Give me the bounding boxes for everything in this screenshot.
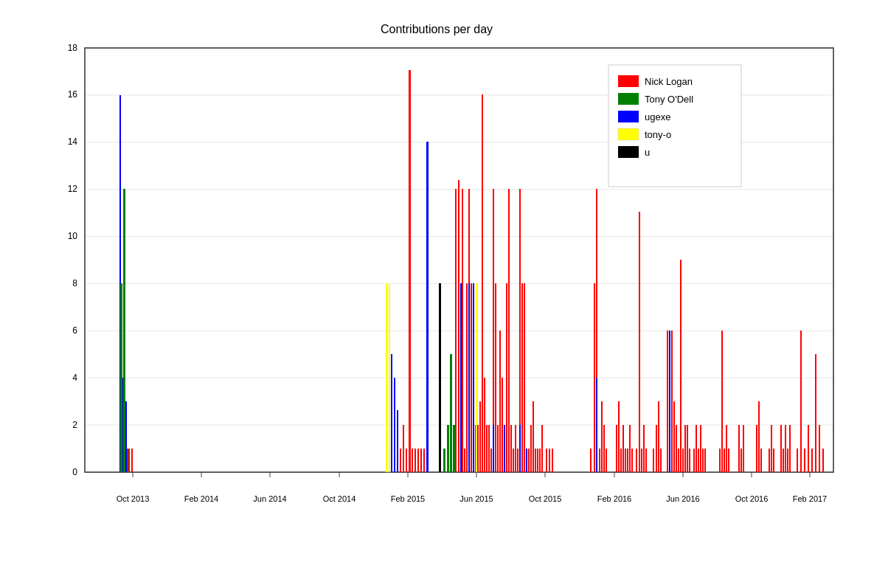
bar-nick <box>510 425 512 472</box>
svg-text:14: 14 <box>68 136 78 147</box>
svg-text:Jun 2014: Jun 2014 <box>253 494 286 503</box>
bar-tony-odell <box>123 189 125 472</box>
bar-ugexe <box>493 425 494 472</box>
bar-nick <box>704 449 706 472</box>
contributions-chart: Contributions per day 0 2 4 6 8 10 12 14… <box>0 0 874 588</box>
bar-nick <box>643 425 645 472</box>
legend-nick-label: Nick Logan <box>645 76 693 87</box>
bar-nick <box>639 212 640 472</box>
bar-nick <box>479 401 481 472</box>
bar-ugexe <box>526 449 527 472</box>
bar-nick <box>676 425 677 472</box>
bar-nick <box>477 425 479 472</box>
bar-tony-odell <box>453 425 455 472</box>
svg-text:18: 18 <box>68 43 78 53</box>
bar-nick <box>800 331 802 472</box>
bar-nick <box>490 449 492 472</box>
bar-u <box>439 283 441 472</box>
bar-nick <box>537 449 538 472</box>
svg-text:16: 16 <box>68 89 78 100</box>
bar-nick <box>811 449 813 472</box>
svg-text:Oct 2013: Oct 2013 <box>117 494 150 503</box>
bar-nick <box>506 283 507 472</box>
bar-nick <box>819 425 820 472</box>
bar-nick <box>462 189 463 472</box>
bar-nick <box>508 189 510 472</box>
bar-ugexe <box>391 354 392 472</box>
bar-nick <box>721 331 723 472</box>
bar-nick <box>808 425 809 472</box>
bar-nick <box>636 449 637 472</box>
bar-nick <box>530 425 532 472</box>
bar-ugexe <box>669 331 670 472</box>
svg-text:0: 0 <box>72 467 77 477</box>
bar-nick <box>603 425 605 472</box>
bar-nick <box>528 449 530 472</box>
bar-nick <box>760 449 762 472</box>
bar-nick <box>412 449 413 472</box>
legend-u-label: u <box>645 147 650 158</box>
bar-nick <box>546 449 547 472</box>
bar-nick <box>497 425 499 472</box>
bar-nick <box>541 425 543 472</box>
bar-nick <box>741 449 742 472</box>
bar-nick <box>773 449 774 472</box>
bar-nick <box>482 94 483 472</box>
bar-nick <box>738 425 740 472</box>
bar-nick <box>403 425 404 472</box>
legend-nick-swatch <box>618 75 639 87</box>
bar-nick <box>698 449 699 472</box>
bar-nick <box>689 449 690 472</box>
bar-nick <box>552 449 553 472</box>
bar-nick <box>601 401 603 472</box>
bar-nick <box>464 449 465 472</box>
bar-nick <box>502 378 503 472</box>
svg-text:4: 4 <box>72 373 77 383</box>
bar-nick <box>590 449 592 472</box>
svg-text:10: 10 <box>68 231 78 241</box>
bar-ugexe <box>460 283 462 472</box>
legend-ugexe-swatch <box>618 111 639 122</box>
legend-ugexe-label: ugexe <box>645 111 670 122</box>
bar-nick <box>804 449 805 472</box>
bar-nick <box>495 283 496 472</box>
bar-nick <box>400 449 401 472</box>
bar-tony-odell <box>447 425 449 472</box>
bar-nick <box>783 449 784 472</box>
bar-nick <box>521 283 523 472</box>
bar-nick <box>599 449 600 472</box>
bar-nick <box>702 449 704 472</box>
bar-nick <box>128 449 130 472</box>
bar-nick <box>743 425 744 472</box>
bar-nick <box>641 449 642 472</box>
bar-nick <box>771 425 772 472</box>
bar-nick <box>758 401 760 472</box>
bar-nick <box>535 449 536 472</box>
bar-nick <box>693 449 695 472</box>
legend-tony-o-label: tony-o <box>645 129 671 140</box>
bar-ugexe <box>397 410 398 472</box>
bar-nick <box>726 425 727 472</box>
bar-nick <box>517 449 518 472</box>
svg-text:Feb 2017: Feb 2017 <box>793 494 827 503</box>
svg-text:Oct 2016: Oct 2016 <box>735 494 769 503</box>
bar-nick <box>660 449 662 472</box>
bar-nick <box>631 449 633 472</box>
bar-tony-odell <box>120 283 122 472</box>
bar-nick <box>756 425 757 472</box>
bar-ugexe <box>468 283 470 472</box>
chart-container: Contributions per day 0 2 4 6 8 10 12 14… <box>0 0 874 588</box>
bar-nick <box>629 425 631 472</box>
bar-nick <box>415 449 416 472</box>
bar-nick <box>678 449 679 472</box>
bar-nick <box>728 449 729 472</box>
bar-nick <box>625 449 626 472</box>
bar-nick <box>785 425 786 472</box>
bar-ugexe <box>519 425 521 472</box>
bar-nick <box>673 401 675 472</box>
bar-nick <box>653 449 654 472</box>
svg-text:2: 2 <box>72 420 77 430</box>
svg-text:Feb 2014: Feb 2014 <box>184 494 218 503</box>
legend-u-swatch <box>618 146 639 158</box>
bar-nick <box>466 283 468 472</box>
